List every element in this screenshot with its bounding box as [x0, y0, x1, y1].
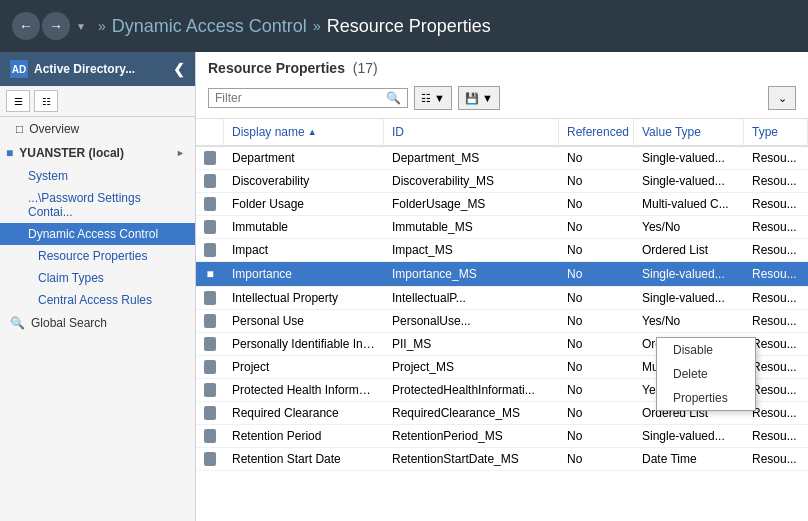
td-id: Department_MS — [384, 147, 559, 169]
td-ref: No — [559, 310, 634, 332]
td-type: Resou... — [744, 287, 808, 309]
sidebar-tree-view-button[interactable]: ☷ — [34, 90, 58, 112]
td-valtype: Ordered List — [634, 239, 744, 261]
td-display: Personally Identifiable Info... — [224, 333, 384, 355]
td-valtype: Single-valued... — [634, 287, 744, 309]
sidebar-item-global-search[interactable]: 🔍 Global Search — [0, 311, 195, 335]
title-bar-text: » Dynamic Access Control » Resource Prop… — [98, 16, 491, 37]
td-type: Resou... — [744, 193, 808, 215]
context-item-delete[interactable]: Delete — [657, 362, 755, 386]
view-toggle-button[interactable]: ☷ ▼ — [414, 86, 452, 110]
sidebar-item-resource-properties[interactable]: Resource Properties — [0, 245, 195, 267]
td-display: Department — [224, 147, 384, 169]
td-display: Project — [224, 356, 384, 378]
action-dropdown-icon: ▼ — [482, 92, 493, 104]
sidebar-item-system[interactable]: System — [0, 165, 195, 187]
sidebar-header-label: Active Directory... — [34, 62, 135, 76]
content-area: Resource Properties (17) 🔍 ☷ ▼ 💾 ▼ ⌄ — [196, 52, 808, 521]
row-icon — [204, 151, 216, 165]
table-row[interactable]: Immutable Immutable_MS No Yes/No Resou..… — [196, 216, 808, 239]
td-display: Retention Start Date — [224, 448, 384, 470]
th-display-name[interactable]: Display name ▲ — [224, 119, 384, 145]
row-icon — [204, 383, 216, 397]
sidebar-system-label: System — [28, 169, 68, 183]
table-row[interactable]: Retention Period RetentionPeriod_MS No S… — [196, 425, 808, 448]
td-ref: No — [559, 379, 634, 401]
action-button[interactable]: 💾 ▼ — [458, 86, 500, 110]
td-type: Resou... — [744, 263, 808, 285]
sidebar-list-view-button[interactable]: ☰ — [6, 90, 30, 112]
th-id[interactable]: ID — [384, 119, 559, 145]
table-row[interactable]: Discoverability Discoverability_MS No Si… — [196, 170, 808, 193]
sidebar-overview-label: Overview — [29, 122, 79, 136]
table-row[interactable]: Retention Start Date RetentionStartDate_… — [196, 448, 808, 471]
td-id: PersonalUse... — [384, 310, 559, 332]
td-icon — [196, 310, 224, 332]
td-valtype: Multi-valued C... — [634, 193, 744, 215]
table-row[interactable]: Department Department_MS No Single-value… — [196, 147, 808, 170]
filter-input[interactable] — [215, 91, 386, 105]
td-icon: ■ — [196, 262, 224, 286]
table-row[interactable]: Intellectual Property IntellectualP... N… — [196, 287, 808, 310]
resource-table[interactable]: Display name ▲ ID Referenced Value Type … — [196, 119, 808, 521]
yuanster-icon: ■ — [6, 146, 13, 160]
sidebar-item-dynamic-access-control[interactable]: Dynamic Access Control — [0, 223, 195, 245]
td-type: Resou... — [744, 425, 808, 447]
td-ref: No — [559, 216, 634, 238]
title-bar: ← → ▼ » Dynamic Access Control » Resourc… — [0, 0, 808, 52]
display-name-label: Display name — [232, 125, 305, 139]
view-icon: ☷ — [421, 92, 431, 105]
row-icon — [204, 220, 216, 234]
td-ref: No — [559, 239, 634, 261]
sidebar-item-claim-types[interactable]: Claim Types — [0, 267, 195, 289]
nav-buttons: ← → ▼ — [12, 12, 90, 40]
td-display: Importance — [224, 263, 384, 285]
breadcrumb-current: Resource Properties — [327, 16, 491, 37]
row-icon — [204, 291, 216, 305]
td-id: ProtectedHealthInformati... — [384, 379, 559, 401]
td-ref: No — [559, 170, 634, 192]
row-icon — [204, 243, 216, 257]
td-valtype: Single-valued... — [634, 263, 744, 285]
sidebar-item-overview[interactable]: □ Overview — [0, 117, 195, 141]
td-id: Importance_MS — [384, 263, 559, 285]
sidebar-rp-label: Resource Properties — [38, 249, 147, 263]
td-valtype: Single-valued... — [634, 425, 744, 447]
sidebar-item-yuanster[interactable]: ■ YUANSTER (local) ► — [0, 141, 195, 165]
table-row[interactable]: Personal Use PersonalUse... No Yes/No Re… — [196, 310, 808, 333]
td-icon — [196, 147, 224, 169]
sidebar-collapse-icon[interactable]: ❮ — [173, 61, 185, 77]
content-title-text: Resource Properties — [208, 60, 345, 76]
th-type[interactable]: Type — [744, 119, 808, 145]
th-referenced[interactable]: Referenced — [559, 119, 634, 145]
collapse-button[interactable]: ⌄ — [768, 86, 796, 110]
td-display: Intellectual Property — [224, 287, 384, 309]
row-icon — [204, 429, 216, 443]
th-icon — [196, 119, 224, 145]
td-display: Folder Usage — [224, 193, 384, 215]
td-id: Immutable_MS — [384, 216, 559, 238]
row-icon — [204, 360, 216, 374]
table-row[interactable]: Folder Usage FolderUsage_MS No Multi-val… — [196, 193, 808, 216]
filter-box: 🔍 — [208, 88, 408, 108]
sidebar-header-text: AD Active Directory... — [10, 60, 135, 78]
breadcrumb-link[interactable]: Dynamic Access Control — [112, 16, 307, 37]
td-icon — [196, 287, 224, 309]
sidebar-item-password-settings[interactable]: ...\Password Settings Contai... — [0, 187, 195, 223]
td-type: Resou... — [744, 170, 808, 192]
table-row[interactable]: Impact Impact_MS No Ordered List Resou..… — [196, 239, 808, 262]
action-icon: 💾 — [465, 92, 479, 105]
td-ref: No — [559, 402, 634, 424]
row-icon — [204, 197, 216, 211]
sidebar-item-central-access-rules[interactable]: Central Access Rules — [0, 289, 195, 311]
table-row[interactable]: ■ Importance Importance_MS No Single-val… — [196, 262, 808, 287]
forward-button[interactable]: → — [42, 12, 70, 40]
td-type: Resou... — [744, 239, 808, 261]
context-item-disable[interactable]: Disable — [657, 338, 755, 362]
sidebar-ct-label: Claim Types — [38, 271, 104, 285]
back-button[interactable]: ← — [12, 12, 40, 40]
nav-dropdown-button[interactable]: ▼ — [72, 12, 90, 40]
th-value-type[interactable]: Value Type — [634, 119, 744, 145]
context-item-properties[interactable]: Properties — [657, 386, 755, 410]
td-ref: No — [559, 448, 634, 470]
